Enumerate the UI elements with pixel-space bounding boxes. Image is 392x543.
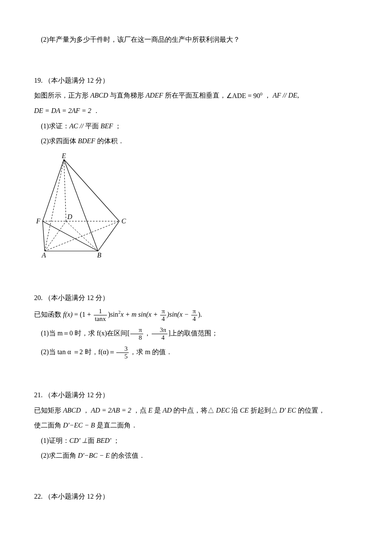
var-abcd: ABCD <box>89 92 110 99</box>
text: 的位置， <box>298 407 325 414</box>
svg-line-3 <box>43 159 64 221</box>
question-22: 22. （本小题满分 12 分） <box>34 491 366 502</box>
text: 面 <box>88 437 96 444</box>
text: 的体积． <box>95 137 124 144</box>
fraction-3-5: 35 <box>116 345 129 360</box>
angle-text: ∠ADE = 90 <box>226 92 260 99</box>
question-20: 20. （本小题满分 12 分） 已知函数 f(x) = (1 + 1tanx)… <box>34 292 366 360</box>
q20-body: 已知函数 f(x) = (1 + 1tanx)sin2x + m sin(x +… <box>34 308 366 322</box>
question-18-part2: (2)年产量为多少千件时，该厂在这一商品的生产中所获利润最大？ <box>34 34 366 45</box>
text: ). <box>198 311 202 318</box>
q21-sub2: (2)求二面角 D'−BC − E 的余弦值． <box>34 450 366 461</box>
den: 5 <box>116 352 129 360</box>
den: 4 <box>152 334 167 341</box>
text: ， <box>83 407 89 414</box>
svg-line-4 <box>64 159 98 251</box>
svg-line-6 <box>43 221 98 251</box>
var: DEC <box>214 407 231 414</box>
label-D: D <box>67 213 72 220</box>
eq: = (1 + <box>72 311 92 318</box>
text: 折起到△ <box>251 407 278 414</box>
q20-header: 20. （本小题满分 12 分） <box>34 292 366 303</box>
var-bdef: BDEF <box>78 137 95 144</box>
text: 的中点，将△ <box>173 407 214 414</box>
var-adef: ADEF <box>144 92 165 99</box>
label-C: C <box>121 217 126 225</box>
svg-line-12 <box>45 221 119 251</box>
text: 平面 <box>85 122 101 130</box>
text: 已知函数 <box>34 311 63 318</box>
q19-sub1: (1)求证：AC // 平面 BEF ； <box>34 121 366 132</box>
text: 沿 <box>231 407 238 414</box>
svg-line-5 <box>64 159 119 221</box>
parallel-expr: AF // DE <box>273 92 297 99</box>
text: (1)求证： <box>41 122 69 130</box>
num: π <box>191 308 197 315</box>
svg-line-2 <box>43 221 45 251</box>
den: tanx <box>94 315 107 323</box>
text: 所在平面互相垂直， <box>165 92 226 99</box>
label-F: F <box>36 217 40 225</box>
label-E: E <box>61 153 66 159</box>
text: 的余弦值． <box>111 452 145 459</box>
den: 4 <box>160 315 166 323</box>
den: 4 <box>191 315 197 323</box>
angle-expr: ∠ADE = 900 <box>226 92 262 99</box>
text: 已知矩形 <box>34 407 61 414</box>
num: π <box>160 308 166 315</box>
q19-line2: DE = DA = 2AF = 2 ． <box>34 105 366 116</box>
expr: AC // <box>69 122 85 130</box>
eq: AD = 2AB = 2 <box>89 407 133 414</box>
text: , <box>297 92 299 99</box>
text: 使二面角 <box>34 422 61 429</box>
q21-line2: 使二面角 D'−EC − B 是直二面角． <box>34 420 366 431</box>
figure-svg: E F D C A B <box>34 153 130 260</box>
text: (1)证明： <box>41 437 69 444</box>
num: 3 <box>116 345 129 352</box>
text: 与直角梯形 <box>110 92 144 99</box>
text: ， <box>144 329 151 337</box>
num: 3π <box>152 326 167 334</box>
dihedral: D'−BC − E <box>76 452 112 459</box>
q20-sub2: (2)当 tan α ＝2 时，f(α)＝35，求 m 的值． <box>34 345 366 360</box>
svg-line-13 <box>45 159 64 251</box>
q19-body: 如图所示，正方形 ABCD 与直角梯形 ADEF 所在平面互相垂直，∠ADE =… <box>34 90 366 101</box>
text: (2)当 tan α ＝2 时，f(α)＝ <box>41 348 115 355</box>
text: ； <box>113 122 121 130</box>
q19-header: 19. （本小题满分 12 分） <box>34 75 366 86</box>
num: 1 <box>94 308 107 315</box>
text: 是直二面角． <box>97 422 138 429</box>
label-B: B <box>97 251 101 259</box>
var: BED' <box>96 437 111 444</box>
var: ABCD <box>61 407 83 414</box>
var: D' EC <box>278 407 298 414</box>
text: 如图所示，正方形 <box>34 92 89 99</box>
var-bef: BEF <box>101 122 113 130</box>
text: ，点 <box>133 407 147 414</box>
text: ； <box>111 437 120 444</box>
fraction-pi-4a: π4 <box>160 308 166 322</box>
fx: f(x) <box>63 311 72 318</box>
fraction-pi-4b: π4 <box>191 308 197 322</box>
text: x + m sin(x + <box>121 311 159 318</box>
text: ，求 m 的值． <box>130 348 172 355</box>
text: ， <box>262 92 273 99</box>
var: AD <box>161 407 173 414</box>
dihedral: D'−EC − B <box>61 422 97 429</box>
text: )sin <box>108 311 118 318</box>
num: π <box>130 326 143 334</box>
text: ]上的取值范围； <box>168 329 218 337</box>
q21-line1: 已知矩形 ABCD ， AD = 2AB = 2 ，点 E 是 AD 的中点，将… <box>34 405 366 416</box>
fraction-pi-8: π8 <box>130 326 143 341</box>
var: CE <box>238 407 250 414</box>
solid-edges <box>43 159 119 251</box>
text: (2)求四面体 <box>41 137 78 144</box>
expr: CD' ⊥ <box>69 437 88 444</box>
fraction-3pi-4: 3π4 <box>152 326 167 341</box>
q20-sub1: (1)当 m＝0 时，求 f(x)在区间[π8，3π4]上的取值范围； <box>34 326 366 341</box>
var: E <box>147 407 154 414</box>
question-19: 19. （本小题满分 12 分） 如图所示，正方形 ABCD 与直角梯形 ADE… <box>34 75 366 263</box>
text: (2)求二面角 <box>41 452 76 459</box>
label-A: A <box>41 251 46 259</box>
q21-sub1: (1)证明：CD' ⊥面 BED' ； <box>34 435 366 446</box>
